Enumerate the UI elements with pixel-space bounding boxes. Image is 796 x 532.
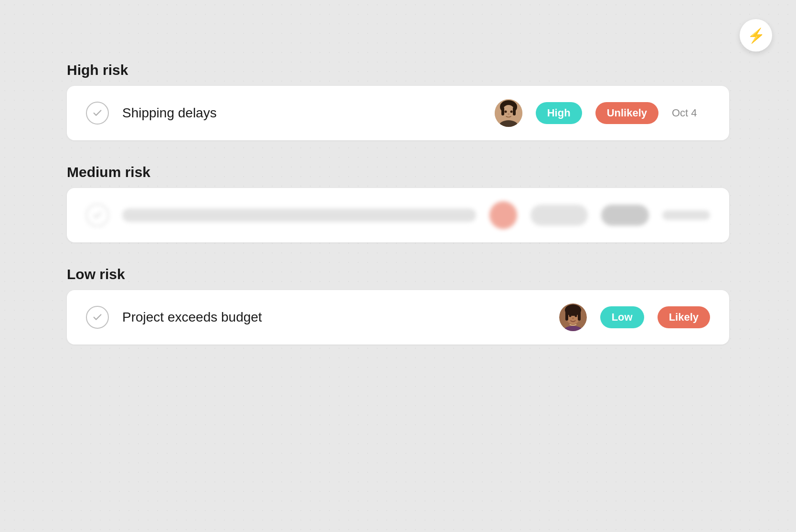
medium-risk-title: Medium risk bbox=[67, 164, 729, 180]
lightning-icon: ⚡ bbox=[747, 27, 765, 44]
medium-risk-card bbox=[67, 188, 729, 242]
low-risk-card: Project exceeds budget bbox=[67, 290, 729, 344]
blurred-task-name bbox=[122, 209, 476, 222]
check-icon-medium bbox=[86, 204, 109, 227]
svg-rect-12 bbox=[565, 310, 568, 321]
svg-point-7 bbox=[508, 114, 509, 115]
main-container: High risk Shipping delays bbox=[67, 62, 729, 368]
lightning-button[interactable]: ⚡ bbox=[740, 19, 772, 52]
badge-likelihood-likely[interactable]: Likely bbox=[658, 306, 710, 328]
medium-risk-section: Medium risk bbox=[67, 164, 729, 242]
avatar-budget bbox=[559, 303, 587, 331]
badge-severity-high[interactable]: High bbox=[536, 102, 582, 124]
blurred-date bbox=[662, 210, 710, 220]
svg-point-14 bbox=[569, 315, 571, 317]
svg-rect-4 bbox=[513, 107, 516, 115]
task-name-budget: Project exceeds budget bbox=[122, 310, 546, 325]
svg-rect-13 bbox=[578, 310, 581, 321]
avatar-medium bbox=[489, 201, 517, 229]
badge-likelihood-unlikely[interactable]: Unlikely bbox=[595, 102, 658, 124]
low-risk-section: Low risk Project exceeds budget bbox=[67, 266, 729, 344]
svg-rect-3 bbox=[501, 107, 504, 115]
check-icon-budget[interactable] bbox=[86, 306, 109, 329]
blurred-badge-severity bbox=[531, 205, 588, 226]
high-risk-title: High risk bbox=[67, 62, 729, 78]
svg-point-16 bbox=[572, 318, 574, 319]
task-name-shipping: Shipping delays bbox=[122, 105, 481, 121]
svg-point-5 bbox=[504, 111, 507, 113]
high-risk-card: Shipping delays bbox=[67, 86, 729, 140]
svg-point-15 bbox=[574, 315, 577, 317]
avatar-shipping bbox=[495, 99, 522, 127]
svg-point-6 bbox=[510, 111, 512, 113]
badge-severity-low[interactable]: Low bbox=[600, 306, 644, 328]
blurred-badge-likelihood bbox=[601, 205, 649, 226]
date-shipping: Oct 4 bbox=[672, 107, 710, 119]
check-icon-shipping[interactable] bbox=[86, 102, 109, 125]
low-risk-title: Low risk bbox=[67, 266, 729, 282]
high-risk-section: High risk Shipping delays bbox=[67, 62, 729, 140]
